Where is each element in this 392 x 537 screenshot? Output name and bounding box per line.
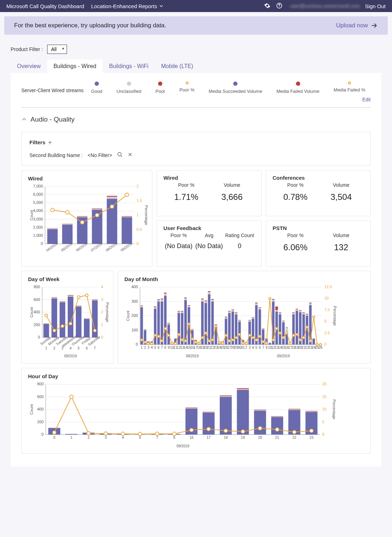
svg-point-378: [222, 342, 224, 344]
svg-rect-89: [68, 295, 73, 296]
svg-text:3: 3: [147, 346, 150, 349]
chart-hour-of-day: Hour of Day 0200400600800051015200123467…: [21, 368, 371, 454]
svg-rect-167: [164, 293, 167, 296]
svg-rect-81: [51, 297, 57, 297]
svg-point-384: [242, 342, 244, 344]
svg-rect-240: [225, 317, 227, 317]
tab-mobile-lte-[interactable]: Mobile (LTE): [155, 60, 200, 73]
legend-dot-icon: [127, 82, 131, 86]
svg-text:09/2019: 09/2019: [177, 444, 190, 448]
search-icon[interactable]: [117, 152, 123, 158]
legend-label: Media Failed %: [334, 87, 365, 93]
svg-point-502: [207, 427, 211, 431]
section-header[interactable]: Audio - Quality: [21, 116, 371, 123]
svg-rect-191: [184, 298, 187, 300]
svg-point-381: [232, 339, 234, 341]
svg-rect-223: [211, 300, 214, 302]
svg-rect-430: [48, 428, 60, 428]
stat-title: User Feedback: [163, 225, 255, 231]
svg-text:0: 0: [53, 436, 55, 440]
stat-title: Conferences: [273, 175, 364, 181]
svg-rect-101: [92, 300, 98, 300]
svg-point-362: [168, 334, 170, 336]
svg-text:0: 0: [322, 432, 324, 436]
svg-rect-299: [275, 310, 278, 312]
tab-buildings-wifi[interactable]: Buildings - WiFi: [103, 60, 155, 73]
svg-rect-266: [248, 321, 251, 345]
report-panel: Server-Client Wired streams GoodUnclassi…: [11, 73, 381, 466]
svg-rect-475: [237, 388, 249, 389]
svg-rect-92: [76, 306, 82, 307]
close-icon[interactable]: [128, 152, 133, 158]
svg-rect-156: [154, 307, 156, 307]
stat-label: Poor %: [163, 233, 194, 238]
svg-point-500: [173, 432, 176, 436]
user-email: user@contoso.onmicrosoft.com: [290, 3, 360, 9]
svg-rect-44: [107, 196, 117, 197]
tab-overview[interactable]: Overview: [11, 60, 47, 73]
svg-rect-486: [289, 409, 301, 410]
svg-rect-93: [76, 306, 82, 306]
svg-text:1: 1: [136, 213, 139, 217]
svg-rect-77: [43, 323, 49, 324]
svg-point-505: [258, 426, 262, 430]
svg-point-503: [224, 429, 228, 432]
svg-rect-228: [215, 324, 217, 325]
upload-now-link[interactable]: Upload now: [336, 22, 378, 29]
svg-point-390: [262, 341, 264, 343]
svg-point-354: [141, 339, 143, 341]
svg-rect-302: [279, 314, 281, 345]
svg-point-50: [51, 208, 54, 212]
help-icon[interactable]: [276, 2, 282, 10]
stat-value: 3,504: [318, 192, 364, 202]
svg-point-388: [255, 339, 257, 341]
svg-text:Percentage: Percentage: [333, 306, 337, 326]
svg-rect-244: [228, 311, 231, 312]
svg-point-406: [316, 343, 318, 346]
report-dropdown[interactable]: Location-Enhanced Reports: [91, 3, 163, 9]
section-title: Audio - Quality: [30, 116, 75, 123]
svg-rect-143: [144, 329, 146, 330]
svg-text:17: 17: [207, 436, 211, 440]
svg-rect-83: [60, 302, 65, 337]
svg-rect-155: [154, 307, 156, 309]
edit-link[interactable]: Edit: [21, 97, 371, 102]
legend-item: Unclassified: [117, 82, 141, 94]
svg-rect-168: [164, 293, 167, 293]
svg-text:Percentage: Percentage: [144, 205, 149, 225]
svg-rect-474: [237, 389, 249, 390]
svg-text:5: 5: [324, 319, 326, 323]
gear-icon[interactable]: [264, 2, 270, 10]
svg-point-407: [319, 343, 321, 346]
svg-rect-283: [262, 329, 264, 329]
svg-point-104: [53, 329, 56, 332]
svg-rect-32: [62, 224, 72, 224]
svg-rect-154: [154, 309, 156, 345]
svg-point-372: [201, 337, 203, 339]
svg-rect-147: [147, 341, 150, 342]
svg-rect-243: [228, 312, 231, 313]
svg-point-364: [174, 342, 177, 345]
stat-value: (No Data): [194, 242, 224, 250]
svg-rect-280: [258, 307, 261, 308]
svg-point-501: [190, 428, 193, 432]
svg-rect-322: [296, 311, 298, 345]
legend-item: Poor %: [179, 82, 195, 94]
legend-label: Good: [91, 89, 102, 94]
product-filter-select[interactable]: All: [47, 45, 67, 54]
svg-rect-473: [237, 390, 249, 435]
svg-rect-490: [306, 411, 318, 412]
svg-rect-198: [191, 330, 194, 345]
stat-label: Avg: [194, 233, 224, 238]
svg-rect-48: [122, 216, 132, 217]
stat-label: Volume: [209, 182, 255, 188]
svg-rect-295: [272, 300, 274, 302]
svg-rect-250: [235, 314, 237, 345]
plus-icon[interactable]: [47, 140, 52, 145]
svg-text:0: 0: [41, 241, 43, 246]
svg-rect-158: [157, 302, 160, 345]
stat-value: (No Data): [163, 242, 194, 250]
sign-out-link[interactable]: Sign Out: [365, 3, 386, 9]
tab-buildings-wired[interactable]: Buildings - Wired: [47, 60, 103, 73]
svg-rect-212: [201, 298, 204, 299]
